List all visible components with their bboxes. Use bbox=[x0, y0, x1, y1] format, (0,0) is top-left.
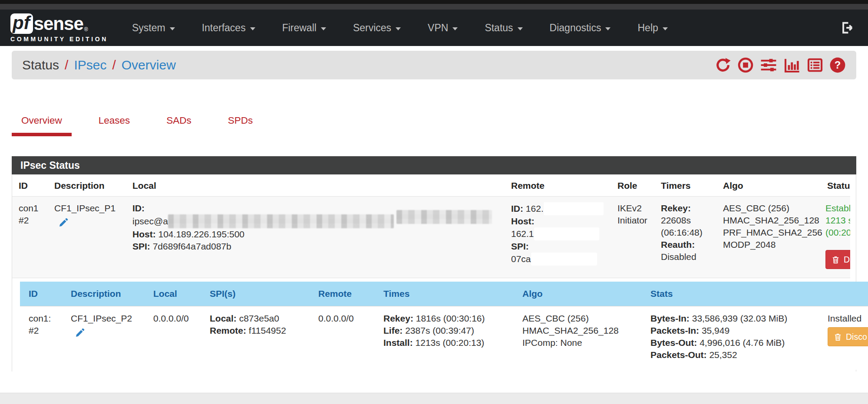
menu-item-help[interactable]: Help bbox=[624, 18, 681, 38]
log-view-button[interactable] bbox=[807, 57, 823, 73]
menu-item-services[interactable]: Services bbox=[340, 18, 414, 38]
menu-item-label: VPN bbox=[428, 22, 448, 34]
disconnect-button-label: Disco bbox=[846, 331, 867, 343]
remote-id-prefix: 162. bbox=[526, 204, 544, 213]
menu-item-system[interactable]: System bbox=[119, 18, 188, 38]
local-spi-value: 7d689f64a7ad087b bbox=[153, 241, 231, 251]
sign-out-icon bbox=[840, 20, 855, 35]
ike-version: IKEv2 bbox=[617, 202, 650, 214]
breadcrumb: Status / IPsec / Overview bbox=[12, 51, 856, 79]
packets-out-line: Packets-Out: 25,352 bbox=[650, 349, 822, 361]
reauth-label: Reauth: bbox=[661, 239, 713, 251]
bytes-out-value: 4,996,016 (4.76 MiB) bbox=[700, 338, 785, 348]
breadcrumb-separator: / bbox=[112, 58, 116, 72]
col-header-role: Role bbox=[612, 174, 656, 197]
tab-sads[interactable]: SADs bbox=[157, 115, 201, 136]
rekey-line: Rekey: 1816s (00:30:16) bbox=[383, 312, 512, 325]
local-id-label: ID: bbox=[132, 203, 145, 213]
sa-installed-status: Installed bbox=[828, 312, 868, 325]
local-host-label: Host: bbox=[132, 229, 156, 239]
cell-local-network: 0.0.0.0/0 bbox=[148, 306, 205, 370]
life-value: 2387s (00:39:47) bbox=[405, 325, 474, 335]
tab-leases[interactable]: Leases bbox=[89, 115, 140, 136]
redacted-whitebox bbox=[531, 253, 597, 266]
cell-algo: AES_CBC (256) HMAC_SHA2_256_128 IPComp: … bbox=[517, 306, 645, 370]
description-text: CF1_IPsec_P2 bbox=[71, 312, 143, 325]
breadcrumb-separator: / bbox=[65, 58, 68, 72]
remote-spi-label: SPI: bbox=[511, 241, 529, 251]
redacted-blur bbox=[396, 210, 492, 224]
cell-id: con1: #2 bbox=[20, 306, 66, 370]
chevron-down-icon bbox=[518, 27, 523, 30]
child-sa-table-clip: ID Description Local SPI(s) Remote Times… bbox=[12, 282, 868, 371]
remote-host-prefix: 162.1 bbox=[511, 229, 534, 239]
cell-remote: ID: 162. Host: 162.1 SPI: 07ca bbox=[506, 197, 612, 278]
bytes-out-line: Bytes-Out: 4,996,016 (4.76 MiB) bbox=[650, 337, 822, 349]
tab-overview[interactable]: Overview bbox=[12, 115, 72, 136]
chevron-down-icon bbox=[396, 27, 401, 30]
graph-button[interactable] bbox=[783, 57, 801, 73]
spi-local-label: Local: bbox=[210, 313, 237, 323]
disconnect-button[interactable]: Dis bbox=[825, 250, 850, 269]
menu-item-label: System bbox=[132, 22, 165, 34]
filter-settings-button[interactable] bbox=[760, 57, 777, 73]
help-button[interactable]: ? bbox=[829, 57, 846, 73]
algo-integrity: HMAC_SHA2_256_128 bbox=[723, 214, 817, 227]
local-host-value: 104.189.226.195:500 bbox=[158, 229, 245, 239]
disconnect-child-button[interactable]: Disco bbox=[828, 327, 868, 346]
panel-title: IPsec Status bbox=[12, 156, 856, 174]
stop-button[interactable] bbox=[737, 57, 754, 73]
col-header-local: Local bbox=[127, 174, 506, 197]
chevron-down-icon bbox=[250, 27, 255, 30]
ipsec-status-panel: IPsec Status ID Description Local Remote… bbox=[12, 156, 856, 371]
refresh-button[interactable] bbox=[715, 57, 731, 73]
cell-timers: Rekey: 22608s (06:16:48) Reauth: Disable… bbox=[656, 197, 718, 278]
algo-encryption: AES_CBC (256) bbox=[522, 312, 640, 325]
spi-local-value: c873e5a0 bbox=[239, 313, 279, 323]
pfsense-logo[interactable]: pf sense ® COMMUNITY EDITION bbox=[10, 13, 108, 43]
cell-remote-network: 0.0.0.0/0 bbox=[313, 306, 378, 370]
chevron-down-icon bbox=[170, 27, 175, 30]
cell-description: CF1_IPsec_P2 bbox=[66, 306, 148, 370]
menu-item-label: Interfaces bbox=[202, 22, 246, 34]
status-uptime-seconds: 1213 s bbox=[825, 214, 850, 227]
col-header-id: ID bbox=[12, 174, 49, 197]
remote-id-line: ID: 162. bbox=[511, 202, 607, 215]
install-label: Install: bbox=[383, 338, 413, 348]
edit-pencil-icon[interactable] bbox=[59, 217, 69, 227]
cell-description: CF1_IPsec_P1 bbox=[49, 197, 127, 278]
menu-item-label: Status bbox=[485, 22, 513, 34]
menu-item-status[interactable]: Status bbox=[471, 18, 536, 38]
cell-stats: Bytes-In: 33,586,939 (32.03 MiB) Packets… bbox=[645, 306, 828, 370]
local-network: 0.0.0.0/0 bbox=[153, 312, 199, 325]
edit-pencil-icon[interactable] bbox=[75, 327, 86, 338]
life-label: Life: bbox=[383, 325, 403, 335]
remote-spi-line: 07ca bbox=[511, 253, 607, 266]
status-uptime-clock: (00:20 bbox=[825, 227, 850, 239]
ike-table-row: con1 #2 CF1_IPsec_P1 ID: ipsec@a bbox=[12, 197, 850, 278]
col-header-status: Status bbox=[822, 174, 850, 197]
remote-id-label: ID: bbox=[511, 204, 523, 213]
cell-id: con1 #2 bbox=[12, 197, 49, 278]
sign-out-button[interactable] bbox=[840, 20, 855, 35]
install-value: 1213s (00:20:13) bbox=[416, 338, 485, 348]
window-top-strip bbox=[0, 0, 868, 4]
menu-item-label: Services bbox=[353, 22, 391, 34]
chevron-down-icon bbox=[321, 27, 326, 30]
breadcrumb-link-overview[interactable]: Overview bbox=[122, 58, 176, 72]
menu-item-firewall[interactable]: Firewall bbox=[269, 18, 340, 38]
bar-chart-icon bbox=[783, 57, 801, 73]
cell-status: Establ 1213 s (00:20 Dis bbox=[822, 197, 850, 278]
algo-encryption: AES_CBC (256) bbox=[723, 202, 817, 214]
tab-spds[interactable]: SPDs bbox=[218, 115, 263, 136]
pfsense-logo-row: pf sense ® bbox=[10, 13, 108, 34]
breadcrumb-link-ipsec[interactable]: IPsec bbox=[74, 58, 106, 72]
menu-item-interfaces[interactable]: Interfaces bbox=[188, 18, 269, 38]
menu-item-diagnostics[interactable]: Diagnostics bbox=[536, 18, 624, 38]
packets-out-value: 25,352 bbox=[709, 350, 737, 360]
col-header-remote: Remote bbox=[313, 282, 378, 306]
menu-item-label: Firewall bbox=[282, 22, 317, 34]
remote-host-line: 162.1 bbox=[511, 227, 607, 240]
menu-item-vpn[interactable]: VPN bbox=[414, 18, 471, 38]
algo-integrity: HMAC_SHA2_256_128 bbox=[522, 325, 640, 337]
